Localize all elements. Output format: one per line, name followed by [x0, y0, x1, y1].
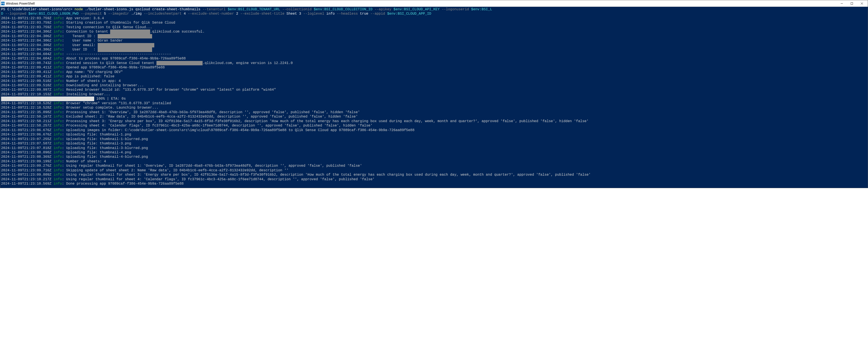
log-timestamp: 2024-11-09T21:22:09.411Z	[1, 74, 54, 78]
log-message: Tenant ID :	[66, 34, 98, 38]
log-timestamp: 2024-11-09T21:22:04.306Z	[1, 43, 54, 47]
log-line: 2024-11-09T21:23:10.217Z info: Using reg…	[1, 177, 867, 182]
log-level: info	[54, 47, 62, 52]
log-timestamp: 2024-11-09T21:22:04.306Z	[1, 47, 54, 52]
log-line: 2024-11-09T21:22:10.153Z info: Installin…	[1, 92, 867, 97]
log-message: Installing browser...	[66, 92, 111, 96]
log-level: info	[54, 151, 62, 155]
cmd-envvar: $env:BSI_CLOUD_COLLECTION_ID	[314, 7, 375, 11]
log-message: Skipping update of sheet sheet 2: Name '…	[66, 168, 289, 172]
log-message: Uploading images in folder: C:\code\butl…	[66, 128, 414, 132]
cmd-val: 2	[236, 12, 240, 16]
log-timestamp: 2024-11-09T21:22:09.411Z	[1, 70, 54, 74]
powershell-window: PS Windows PowerShell PS C:\code\butler-…	[0, 0, 868, 188]
log-timestamp: 2024-11-09T21:23:06.676Z	[1, 128, 54, 132]
log-level: info	[54, 164, 62, 168]
cmd-opt: --loglevel	[303, 12, 327, 16]
log-line: 2024-11-09T21:23:06.676Z info: Uploading…	[1, 132, 867, 137]
log-timestamp: 2024-11-09T21:22:03.759Z	[1, 21, 54, 25]
log-timestamp: 2024-11-09T21:22:04.306Z	[1, 34, 54, 38]
log-line: 2024-11-09T21:22:04.306Z info: User emai…	[1, 43, 867, 47]
window-title: Windows PowerShell	[6, 2, 35, 5]
log-message: Using regular thumbnail for sheet 3: 'En…	[66, 173, 591, 177]
log-message: Processing sheet 1: 'Overview', ID 1e287…	[66, 110, 360, 114]
log-level: info	[54, 124, 62, 128]
maximize-button[interactable]	[847, 0, 857, 7]
log-message: Starting creation of thumbnails for Qlik…	[66, 21, 175, 25]
log-timestamp: 2024-11-09T21:23:09.809Z	[1, 173, 54, 177]
log-level: info	[54, 74, 62, 78]
log-line: 2024-11-09T21:23:07.587Z info: Uploading…	[1, 141, 867, 146]
cmd-envvar: D	[1, 12, 3, 16]
log-message: Uploading file: thumbnail-4-blurred.png	[66, 155, 148, 159]
log-timestamp: 2024-11-09T21:23:08.369Z	[1, 155, 54, 159]
log-message: .qlikcloud.com, engine version is 12.224…	[203, 61, 293, 65]
minimize-button[interactable]	[837, 0, 847, 7]
log-timestamp: 2024-11-09T21:23:07.255Z	[1, 137, 54, 141]
log-line: 2024-11-09T21:23:09.199Z info: Number of…	[1, 159, 867, 164]
log-level: info	[54, 178, 62, 181]
log-level: info	[54, 182, 62, 186]
log-message: Testing connection to Qlik Sense Cloud..…	[66, 25, 152, 29]
command-line-wrap: D --logonpwd $env:BSI_CLOUD_LOGON_PWD --…	[1, 11, 867, 16]
log-line: 2024-11-09T21:23:10.569Z info: Done proc…	[1, 182, 867, 186]
log-level: info	[54, 17, 62, 20]
log-message: Uploading file: thumbnail-1-blurred.png	[66, 137, 148, 141]
cmd-opt: --exclude-sheet-number	[188, 12, 236, 16]
log-timestamp: 2024-11-09T21:22:08.743Z	[1, 61, 54, 65]
log-level: info	[54, 92, 62, 96]
log-level: info	[54, 146, 62, 150]
terminal-output[interactable]: PS C:\code\butler-sheet-icons\src> node …	[0, 7, 868, 188]
cmd-opt: --pagewait	[81, 12, 104, 16]
log-message: Connection to tenant	[66, 30, 111, 34]
progress-text: 100% | ETA: 0s	[94, 97, 126, 101]
log-timestamp: 2024-11-09T21:23:10.569Z	[1, 182, 54, 186]
log-line: 2024-11-09T21:22:09.411Z info: App is pu…	[1, 74, 867, 78]
log-line: 2024-11-09T21:23:06.676Z info: Uploading…	[1, 128, 867, 132]
window-titlebar[interactable]: PS Windows PowerShell	[0, 0, 868, 7]
cmd-envvar: $env:BSI_CLOUD_API_KEY	[394, 7, 442, 11]
log-line: 2024-11-09T21:23:09.276Z info: Using reg…	[1, 164, 867, 168]
log-message: Opened app 97089caf-f386-454e-9b9a-726aa…	[66, 66, 165, 69]
cmd-opt: --logonuserid	[442, 7, 471, 11]
log-level: info	[54, 128, 62, 132]
log-line: 2024-11-09T21:22:50.167Z info: Excluded …	[1, 115, 867, 119]
log-timestamp: 2024-11-09T21:23:10.217Z	[1, 178, 54, 181]
log-message: Done processing app 97089caf-f386-454e-9…	[66, 182, 184, 186]
log-timestamp: 2024-11-09T21:23:07.818Z	[1, 146, 54, 150]
log-line: 2024-11-09T21:22:09.510Z info: Number of…	[1, 79, 867, 83]
log-line: 2024-11-09T21:22:09.997Z info: Resolved …	[1, 88, 867, 92]
close-button[interactable]	[857, 0, 867, 7]
log-message: User ID :	[66, 47, 98, 52]
cmd-opt: --collectionid	[282, 7, 314, 11]
log-message: Processing sheet 3: 'Energy share per bo…	[66, 119, 589, 123]
log-level: info	[54, 61, 62, 65]
log-level: info	[54, 52, 62, 56]
log-line: 2024-11-09T21:22:03.759Z info: Starting …	[1, 21, 867, 25]
log-message: Processing sheet 4: 'Calendar flags', ID…	[66, 124, 373, 128]
cmd-envvar: $env:BSI_CLOUD_APP_ID	[387, 12, 431, 16]
log-message: Excluded sheet: 2: 'Raw data', ID 04b4b1…	[66, 115, 358, 119]
log-line: 2024-11-09T21:22:04.306Z info: User name…	[1, 38, 867, 43]
log-message: Created session to Qlik Sense Cloud tena…	[66, 61, 156, 65]
log-timestamp: 2024-11-09T21:22:10.528Z	[1, 106, 54, 110]
log-level: info	[54, 70, 62, 74]
cmd-opt: --apikey	[375, 7, 393, 11]
log-level: info	[54, 159, 62, 163]
log-level: info	[54, 34, 62, 38]
log-level: info	[54, 115, 62, 119]
log-message: Number of sheets in app: 4	[66, 79, 121, 83]
log-message: Uploading file: thumbnail-3.png	[66, 141, 131, 146]
log-timestamp: 2024-11-09T21:23:07.587Z	[1, 141, 54, 146]
cmd-opt: --tenanturl	[203, 7, 228, 11]
log-message: Uploading file: thumbnail-3-blurred.png	[66, 146, 148, 150]
cmd-opt: --imagedir	[108, 12, 131, 16]
log-line: 2024-11-09T21:22:50.211Z info: Processin…	[1, 119, 867, 123]
log-timestamp: 2024-11-09T21:22:03.759Z	[1, 17, 54, 20]
log-line: 2024-11-09T21:22:10.528Z info: Browser s…	[1, 105, 867, 110]
log-level: info	[54, 66, 62, 69]
log-line: 2024-11-09T21:23:08.369Z info: Uploading…	[1, 155, 867, 159]
log-timestamp: 2024-11-09T21:22:09.510Z	[1, 79, 54, 83]
log-level: info	[54, 110, 62, 114]
progress-bar	[1, 97, 94, 101]
